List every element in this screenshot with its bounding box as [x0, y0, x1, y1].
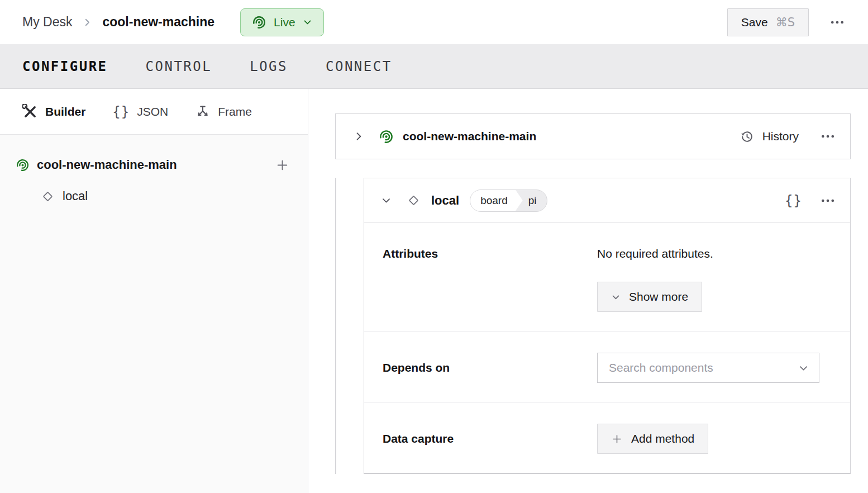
mode-builder[interactable]: Builder [22, 104, 85, 120]
tree-item-machine-part[interactable]: cool-new-machine-main [0, 149, 308, 181]
component-card-header: local board pi {} [364, 178, 850, 223]
config-sidebar: Builder {} JSON Frame [0, 89, 308, 493]
mode-frame[interactable]: Frame [195, 104, 252, 120]
depends-on-section: Depends on Search components [364, 331, 850, 402]
tree-connector-line [335, 178, 336, 474]
app-window: My Desk cool-new-machine Live Save ⌘S [0, 0, 868, 493]
tab-connect[interactable]: CONNECT [326, 59, 392, 74]
view-json-braces-icon[interactable]: {} [785, 193, 802, 208]
component-overflow-menu-button[interactable] [820, 193, 836, 208]
breadcrumb-parent-link[interactable]: My Desk [22, 15, 72, 30]
plus-icon [611, 433, 623, 445]
tree-component-label: local [63, 189, 88, 203]
mode-json-label: JSON [137, 105, 168, 118]
history-icon [740, 129, 755, 144]
show-more-label: Show more [629, 290, 688, 304]
save-button[interactable]: Save ⌘S [727, 8, 809, 36]
save-button-label: Save [741, 16, 768, 29]
data-capture-label: Data capture [383, 431, 597, 454]
part-radar-icon [379, 129, 394, 144]
top-bar: My Desk cool-new-machine Live Save ⌘S [0, 0, 868, 45]
show-more-button[interactable]: Show more [597, 282, 702, 312]
component-title: local [431, 193, 459, 208]
attributes-label: Attributes [383, 246, 597, 312]
tree-part-label: cool-new-machine-main [37, 158, 177, 172]
depends-on-label: Depends on [383, 360, 597, 383]
mode-json[interactable]: {} JSON [112, 104, 168, 120]
part-expand-chevron-icon[interactable] [353, 131, 364, 142]
component-diamond-icon [40, 189, 55, 204]
history-button[interactable]: History [740, 129, 799, 144]
mode-builder-label: Builder [45, 105, 85, 118]
tab-control[interactable]: CONTROL [146, 59, 212, 74]
component-collapse-chevron-icon[interactable] [381, 195, 392, 206]
component-card-local: local board pi {} Attributes [364, 178, 851, 474]
machine-overflow-menu-button[interactable] [828, 13, 847, 32]
status-label: Live [274, 16, 295, 29]
save-shortcut-hint: ⌘S [776, 16, 795, 29]
add-method-label: Add method [631, 432, 694, 445]
tab-configure[interactable]: CONFIGURE [22, 59, 108, 74]
badge-type-segment: board [470, 190, 523, 211]
component-diamond-icon [406, 193, 421, 208]
machine-status-dropdown[interactable]: Live [240, 8, 324, 36]
data-capture-section: Data capture Add method [364, 402, 850, 473]
config-main-panel: cool-new-machine-main History [308, 89, 868, 493]
add-method-button[interactable]: Add method [597, 424, 708, 454]
depends-on-select[interactable]: Search components [597, 353, 819, 383]
tab-logs[interactable]: LOGS [250, 59, 288, 74]
axes-icon [195, 104, 211, 120]
machine-part-card: cool-new-machine-main History [335, 113, 851, 159]
attributes-empty-text: No required attributes. [597, 246, 832, 262]
history-label: History [762, 130, 799, 143]
attributes-section: Attributes No required attributes. Show … [364, 223, 850, 331]
component-row: local board pi {} Attributes [335, 178, 851, 474]
component-type-badge: board pi [470, 189, 547, 212]
tree-item-component-local[interactable]: local [0, 181, 308, 212]
badge-model-segment: pi [523, 190, 547, 211]
status-chevron-down-icon [303, 17, 312, 27]
tools-icon [22, 104, 38, 120]
add-component-icon[interactable] [275, 158, 289, 172]
depends-on-placeholder: Search components [609, 361, 798, 375]
machine-live-radar-icon [252, 15, 266, 30]
view-mode-switcher: Builder {} JSON Frame [0, 89, 308, 135]
breadcrumb-separator-chevron-icon [82, 17, 92, 27]
machine-name: cool-new-machine [102, 15, 214, 30]
select-chevron-down-icon [798, 363, 809, 373]
part-card-title: cool-new-machine-main [403, 130, 536, 143]
part-overflow-menu-button[interactable] [820, 129, 836, 144]
breadcrumb: My Desk cool-new-machine [22, 15, 214, 30]
machine-tree: cool-new-machine-main local [0, 135, 308, 212]
show-more-chevron-down-icon [611, 292, 621, 302]
machine-part-radar-icon [16, 158, 30, 172]
tab-bar: CONFIGURE CONTROL LOGS CONNECT [0, 45, 868, 89]
braces-icon: {} [112, 104, 130, 120]
mode-frame-label: Frame [218, 105, 252, 118]
